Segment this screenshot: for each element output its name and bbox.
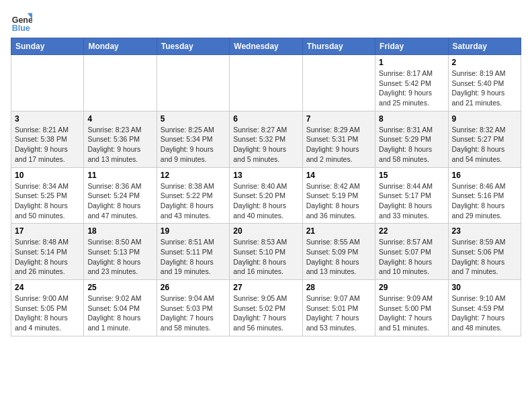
day-info: Sunrise: 8:51 AMSunset: 5:11 PMDaylight:… — [161, 237, 226, 277]
day-info: Sunrise: 8:27 AMSunset: 5:32 PMDaylight:… — [233, 125, 298, 165]
page-header: General Blue — [11, 11, 521, 32]
day-number: 12 — [161, 171, 226, 180]
day-number: 11 — [87, 171, 152, 180]
calendar-cell: 14Sunrise: 8:42 AMSunset: 5:19 PMDayligh… — [302, 167, 375, 224]
calendar-cell — [84, 55, 157, 111]
calendar-cell: 29Sunrise: 9:09 AMSunset: 5:00 PMDayligh… — [375, 280, 448, 336]
day-number: 4 — [87, 114, 152, 124]
logo-icon: General Blue — [11, 11, 32, 32]
day-number: 5 — [161, 114, 226, 124]
day-number: 28 — [306, 283, 371, 292]
day-number: 3 — [15, 114, 80, 124]
day-info: Sunrise: 9:00 AMSunset: 5:05 PMDaylight:… — [15, 293, 80, 333]
calendar-cell: 22Sunrise: 8:57 AMSunset: 5:07 PMDayligh… — [375, 224, 448, 280]
day-number: 15 — [379, 171, 444, 180]
calendar-cell: 16Sunrise: 8:46 AMSunset: 5:16 PMDayligh… — [448, 167, 521, 224]
calendar-cell: 7Sunrise: 8:29 AMSunset: 5:31 PMDaylight… — [302, 111, 375, 167]
day-number: 29 — [379, 283, 444, 292]
day-number: 9 — [452, 114, 517, 124]
day-info: Sunrise: 8:23 AMSunset: 5:36 PMDaylight:… — [87, 125, 152, 165]
day-number: 22 — [379, 226, 444, 236]
day-info: Sunrise: 8:48 AMSunset: 5:14 PMDaylight:… — [15, 237, 80, 277]
calendar-cell: 18Sunrise: 8:50 AMSunset: 5:13 PMDayligh… — [84, 224, 157, 280]
calendar-cell: 28Sunrise: 9:07 AMSunset: 5:01 PMDayligh… — [302, 280, 375, 336]
day-number: 27 — [233, 283, 298, 292]
day-info: Sunrise: 9:05 AMSunset: 5:02 PMDaylight:… — [233, 293, 298, 333]
calendar-cell: 1Sunrise: 8:17 AMSunset: 5:42 PMDaylight… — [375, 55, 448, 111]
calendar-cell: 2Sunrise: 8:19 AMSunset: 5:40 PMDaylight… — [448, 55, 521, 111]
calendar-week-2: 3Sunrise: 8:21 AMSunset: 5:38 PMDaylight… — [11, 111, 521, 167]
day-info: Sunrise: 8:32 AMSunset: 5:27 PMDaylight:… — [452, 125, 517, 165]
calendar-cell — [11, 55, 84, 111]
calendar-table: SundayMondayTuesdayWednesdayThursdayFrid… — [11, 38, 521, 336]
calendar-cell: 23Sunrise: 8:59 AMSunset: 5:06 PMDayligh… — [448, 224, 521, 280]
day-number: 8 — [379, 114, 444, 124]
day-info: Sunrise: 8:25 AMSunset: 5:34 PMDaylight:… — [161, 125, 226, 165]
day-info: Sunrise: 8:53 AMSunset: 5:10 PMDaylight:… — [233, 237, 298, 277]
day-info: Sunrise: 8:17 AMSunset: 5:42 PMDaylight:… — [379, 68, 444, 108]
day-number: 14 — [306, 171, 371, 180]
day-number: 25 — [87, 283, 152, 292]
day-number: 7 — [306, 114, 371, 124]
day-number: 30 — [452, 283, 517, 292]
calendar-cell: 6Sunrise: 8:27 AMSunset: 5:32 PMDaylight… — [230, 111, 302, 167]
calendar-cell: 26Sunrise: 9:04 AMSunset: 5:03 PMDayligh… — [157, 280, 229, 336]
day-info: Sunrise: 8:19 AMSunset: 5:40 PMDaylight:… — [452, 68, 517, 108]
day-number: 23 — [452, 226, 517, 236]
calendar-cell: 17Sunrise: 8:48 AMSunset: 5:14 PMDayligh… — [11, 224, 84, 280]
day-info: Sunrise: 8:59 AMSunset: 5:06 PMDaylight:… — [452, 237, 517, 277]
day-info: Sunrise: 8:31 AMSunset: 5:29 PMDaylight:… — [379, 125, 444, 165]
day-number: 1 — [379, 58, 444, 67]
column-header-sunday: Sunday — [11, 38, 84, 55]
calendar-cell: 9Sunrise: 8:32 AMSunset: 5:27 PMDaylight… — [448, 111, 521, 167]
calendar-cell: 24Sunrise: 9:00 AMSunset: 5:05 PMDayligh… — [11, 280, 84, 336]
column-header-saturday: Saturday — [448, 38, 521, 55]
calendar-cell: 3Sunrise: 8:21 AMSunset: 5:38 PMDaylight… — [11, 111, 84, 167]
day-number: 24 — [15, 283, 80, 292]
day-number: 10 — [15, 171, 80, 180]
calendar-cell: 21Sunrise: 8:55 AMSunset: 5:09 PMDayligh… — [302, 224, 375, 280]
day-number: 19 — [161, 226, 226, 236]
day-info: Sunrise: 8:55 AMSunset: 5:09 PMDaylight:… — [306, 237, 371, 277]
calendar-cell: 4Sunrise: 8:23 AMSunset: 5:36 PMDaylight… — [84, 111, 157, 167]
day-info: Sunrise: 9:10 AMSunset: 4:59 PMDaylight:… — [452, 293, 517, 333]
calendar-week-4: 17Sunrise: 8:48 AMSunset: 5:14 PMDayligh… — [11, 224, 521, 280]
calendar-cell — [157, 55, 229, 111]
column-header-wednesday: Wednesday — [230, 38, 302, 55]
day-info: Sunrise: 8:21 AMSunset: 5:38 PMDaylight:… — [15, 125, 80, 165]
day-info: Sunrise: 9:02 AMSunset: 5:04 PMDaylight:… — [87, 293, 152, 333]
day-info: Sunrise: 8:57 AMSunset: 5:07 PMDaylight:… — [379, 237, 444, 277]
day-info: Sunrise: 8:34 AMSunset: 5:25 PMDaylight:… — [15, 181, 80, 221]
calendar-cell: 25Sunrise: 9:02 AMSunset: 5:04 PMDayligh… — [84, 280, 157, 336]
calendar-cell: 30Sunrise: 9:10 AMSunset: 4:59 PMDayligh… — [448, 280, 521, 336]
calendar-cell: 15Sunrise: 8:44 AMSunset: 5:17 PMDayligh… — [375, 167, 448, 224]
calendar-cell: 12Sunrise: 8:38 AMSunset: 5:22 PMDayligh… — [157, 167, 229, 224]
column-header-friday: Friday — [375, 38, 448, 55]
day-info: Sunrise: 9:09 AMSunset: 5:00 PMDaylight:… — [379, 293, 444, 333]
calendar-cell — [302, 55, 375, 111]
calendar-cell — [230, 55, 302, 111]
day-info: Sunrise: 8:44 AMSunset: 5:17 PMDaylight:… — [379, 181, 444, 221]
calendar-week-5: 24Sunrise: 9:00 AMSunset: 5:05 PMDayligh… — [11, 280, 521, 336]
day-info: Sunrise: 8:29 AMSunset: 5:31 PMDaylight:… — [306, 125, 371, 165]
column-header-tuesday: Tuesday — [157, 38, 229, 55]
day-number: 17 — [15, 226, 80, 236]
day-number: 2 — [452, 58, 517, 67]
column-header-thursday: Thursday — [302, 38, 375, 55]
day-info: Sunrise: 8:38 AMSunset: 5:22 PMDaylight:… — [161, 181, 226, 221]
calendar-cell: 8Sunrise: 8:31 AMSunset: 5:29 PMDaylight… — [375, 111, 448, 167]
day-number: 18 — [87, 226, 152, 236]
day-number: 13 — [233, 171, 298, 180]
calendar-cell: 27Sunrise: 9:05 AMSunset: 5:02 PMDayligh… — [230, 280, 302, 336]
column-header-monday: Monday — [84, 38, 157, 55]
day-info: Sunrise: 9:07 AMSunset: 5:01 PMDaylight:… — [306, 293, 371, 333]
day-info: Sunrise: 8:42 AMSunset: 5:19 PMDaylight:… — [306, 181, 371, 221]
calendar-cell: 5Sunrise: 8:25 AMSunset: 5:34 PMDaylight… — [157, 111, 229, 167]
calendar-cell: 20Sunrise: 8:53 AMSunset: 5:10 PMDayligh… — [230, 224, 302, 280]
day-number: 6 — [233, 114, 298, 124]
calendar-cell: 19Sunrise: 8:51 AMSunset: 5:11 PMDayligh… — [157, 224, 229, 280]
calendar-cell: 10Sunrise: 8:34 AMSunset: 5:25 PMDayligh… — [11, 167, 84, 224]
day-number: 26 — [161, 283, 226, 292]
calendar-week-1: 1Sunrise: 8:17 AMSunset: 5:42 PMDaylight… — [11, 55, 521, 111]
day-info: Sunrise: 9:04 AMSunset: 5:03 PMDaylight:… — [161, 293, 226, 333]
